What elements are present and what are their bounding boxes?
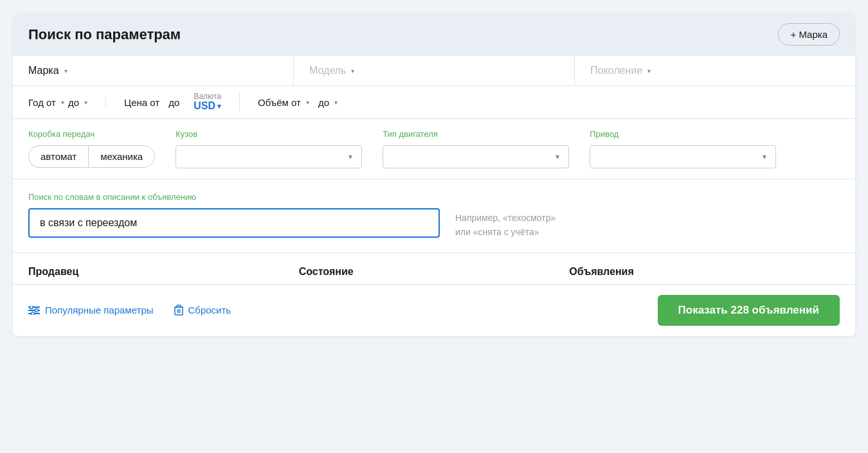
engine-chevron-icon: ▾ xyxy=(556,152,559,161)
reset-link[interactable]: Сбросить xyxy=(174,305,231,315)
model-dropdown[interactable]: Модель ▾ xyxy=(294,56,575,85)
year-to-chevron-icon: ▾ xyxy=(84,99,87,106)
body-dropdown[interactable]: ▾ xyxy=(176,145,362,168)
svg-point-5 xyxy=(32,312,35,315)
show-results-button[interactable]: Показать 228 объявлений xyxy=(658,295,840,326)
svg-point-4 xyxy=(35,308,39,312)
brand-dropdown[interactable]: Марка ▾ xyxy=(13,56,294,85)
year-filter-group: Год от ▾ до ▾ xyxy=(28,97,106,108)
currency-chevron-icon: ▾ xyxy=(217,102,221,111)
search-input[interactable] xyxy=(28,208,440,238)
engine-group: Тип двигателя ▾ xyxy=(383,129,569,168)
filters-row: Год от ▾ до ▾ Цена от до Валюта USD ▾ Об… xyxy=(13,86,855,119)
filter-icon xyxy=(28,306,40,315)
volume-to-chevron-icon: ▾ xyxy=(334,99,338,106)
body-chevron-icon: ▾ xyxy=(348,152,352,161)
search-panel: Поиск по параметрам + Марка Марка ▾ Моде… xyxy=(13,13,855,336)
search-input-wrapper xyxy=(28,208,440,238)
transmission-buttons: автомат механика xyxy=(28,145,155,168)
listings-col: Объявления xyxy=(569,266,840,278)
extras-row: Коробка передач автомат механика Кузов ▾… xyxy=(13,119,855,179)
search-input-area: Например, «техосмотр» или «снята с учёта… xyxy=(28,208,840,240)
year-from-chevron-icon: ▾ xyxy=(61,99,64,106)
drive-chevron-icon: ▾ xyxy=(763,152,766,161)
add-brand-button[interactable]: + Марка xyxy=(778,23,840,46)
engine-dropdown[interactable]: ▾ xyxy=(383,145,569,168)
footer: Популярные параметры Сбросить Показать 2… xyxy=(13,285,855,336)
seller-col: Продавец xyxy=(28,266,299,278)
header: Поиск по параметрам + Марка xyxy=(13,13,855,56)
svg-rect-8 xyxy=(177,305,181,307)
brand-row: Марка ▾ Модель ▾ Поколение ▾ xyxy=(13,56,855,86)
trash-icon xyxy=(174,305,183,315)
svg-point-3 xyxy=(30,306,33,309)
drive-group: Привод ▾ xyxy=(590,129,776,168)
search-row: Поиск по словам в описании к объявлению … xyxy=(13,179,855,253)
body-group: Кузов ▾ xyxy=(176,129,362,168)
condition-col: Состояние xyxy=(299,266,570,278)
generation-dropdown[interactable]: Поколение ▾ xyxy=(575,56,855,85)
popular-params-link[interactable]: Популярные параметры xyxy=(28,305,154,315)
generation-chevron-icon: ▾ xyxy=(647,67,651,75)
volume-filter-group: Объём от ▾ до ▾ xyxy=(258,97,338,108)
search-hint: Например, «техосмотр» или «снята с учёта… xyxy=(455,208,556,240)
categories-row: Продавец Состояние Объявления xyxy=(13,253,855,285)
auto-button[interactable]: автомат xyxy=(28,145,88,168)
manual-button[interactable]: механика xyxy=(88,145,155,168)
model-chevron-icon: ▾ xyxy=(351,67,354,75)
drive-dropdown[interactable]: ▾ xyxy=(590,145,776,168)
volume-from-chevron-icon: ▾ xyxy=(306,99,309,106)
page-title: Поиск по параметрам xyxy=(28,26,181,43)
brand-chevron-icon: ▾ xyxy=(64,67,68,75)
price-filter-group: Цена от до Валюта USD ▾ xyxy=(124,93,240,112)
footer-left: Популярные параметры Сбросить xyxy=(28,305,231,315)
transmission-group: Коробка передач автомат механика xyxy=(28,129,155,168)
currency-dropdown[interactable]: Валюта USD ▾ xyxy=(194,93,221,112)
